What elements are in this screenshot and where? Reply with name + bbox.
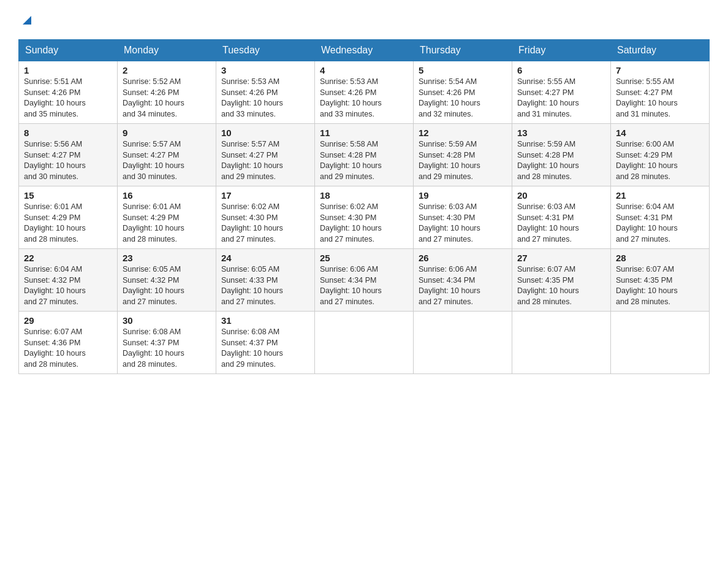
calendar-cell: 6 Sunrise: 5:55 AMSunset: 4:27 PMDayligh… [512, 61, 611, 124]
calendar-cell: 14 Sunrise: 6:00 AMSunset: 4:29 PMDaylig… [611, 124, 710, 186]
day-info: Sunrise: 5:53 AMSunset: 4:26 PMDaylight:… [221, 77, 283, 118]
calendar-cell: 4 Sunrise: 5:53 AMSunset: 4:26 PMDayligh… [315, 61, 414, 124]
day-info: Sunrise: 6:07 AMSunset: 4:35 PMDaylight:… [616, 265, 678, 306]
day-number: 6 [517, 65, 605, 75]
day-info: Sunrise: 6:05 AMSunset: 4:33 PMDaylight:… [221, 265, 283, 306]
weekday-header-saturday: Saturday [611, 40, 710, 61]
day-number: 26 [419, 253, 507, 263]
calendar-cell: 23 Sunrise: 6:05 AMSunset: 4:32 PMDaylig… [118, 249, 216, 312]
calendar-cell: 19 Sunrise: 6:03 AMSunset: 4:30 PMDaylig… [414, 186, 512, 249]
day-number: 2 [123, 65, 211, 75]
calendar-cell: 16 Sunrise: 6:01 AMSunset: 4:29 PMDaylig… [118, 186, 216, 249]
day-number: 25 [320, 253, 408, 263]
calendar-week-row: 8 Sunrise: 5:56 AMSunset: 4:27 PMDayligh… [19, 124, 710, 186]
day-number: 28 [616, 253, 704, 263]
calendar-cell: 25 Sunrise: 6:06 AMSunset: 4:34 PMDaylig… [315, 249, 414, 312]
day-info: Sunrise: 6:01 AMSunset: 4:29 PMDaylight:… [123, 202, 184, 243]
day-number: 31 [221, 315, 309, 326]
calendar-cell: 10 Sunrise: 5:57 AMSunset: 4:27 PMDaylig… [216, 124, 315, 186]
calendar-week-row: 15 Sunrise: 6:01 AMSunset: 4:29 PMDaylig… [19, 186, 710, 249]
day-number: 14 [616, 128, 704, 138]
day-info: Sunrise: 6:03 AMSunset: 4:30 PMDaylight:… [419, 202, 480, 243]
calendar-cell: 12 Sunrise: 5:59 AMSunset: 4:28 PMDaylig… [414, 124, 512, 186]
calendar-cell: 1 Sunrise: 5:51 AMSunset: 4:26 PMDayligh… [19, 61, 118, 124]
calendar-header: SundayMondayTuesdayWednesdayThursdayFrid… [19, 40, 710, 61]
day-info: Sunrise: 5:56 AMSunset: 4:27 PMDaylight:… [24, 140, 86, 181]
calendar-cell: 8 Sunrise: 5:56 AMSunset: 4:27 PMDayligh… [19, 124, 118, 186]
day-number: 19 [419, 190, 507, 201]
day-number: 18 [320, 190, 408, 201]
day-info: Sunrise: 6:04 AMSunset: 4:32 PMDaylight:… [24, 265, 86, 306]
day-info: Sunrise: 5:55 AMSunset: 4:27 PMDaylight:… [517, 77, 579, 118]
day-number: 12 [419, 128, 507, 138]
day-number: 4 [320, 65, 408, 75]
day-number: 16 [123, 190, 211, 201]
day-number: 22 [24, 253, 112, 263]
calendar-body: 1 Sunrise: 5:51 AMSunset: 4:26 PMDayligh… [19, 61, 710, 374]
svg-marker-0 [23, 16, 31, 25]
calendar-cell: 2 Sunrise: 5:52 AMSunset: 4:26 PMDayligh… [118, 61, 216, 124]
day-info: Sunrise: 6:02 AMSunset: 4:30 PMDaylight:… [221, 202, 283, 243]
day-info: Sunrise: 6:07 AMSunset: 4:36 PMDaylight:… [24, 327, 86, 369]
calendar-week-row: 1 Sunrise: 5:51 AMSunset: 4:26 PMDayligh… [19, 61, 710, 124]
day-number: 8 [24, 128, 112, 138]
calendar-cell: 18 Sunrise: 6:02 AMSunset: 4:30 PMDaylig… [315, 186, 414, 249]
calendar-cell: 31 Sunrise: 6:08 AMSunset: 4:37 PMDaylig… [216, 312, 315, 374]
calendar-cell: 5 Sunrise: 5:54 AMSunset: 4:26 PMDayligh… [414, 61, 512, 124]
calendar-cell: 27 Sunrise: 6:07 AMSunset: 4:35 PMDaylig… [512, 249, 611, 312]
day-info: Sunrise: 6:06 AMSunset: 4:34 PMDaylight:… [419, 265, 480, 306]
calendar-cell: 15 Sunrise: 6:01 AMSunset: 4:29 PMDaylig… [19, 186, 118, 249]
weekday-header-monday: Monday [118, 40, 216, 61]
calendar-cell: 30 Sunrise: 6:08 AMSunset: 4:37 PMDaylig… [118, 312, 216, 374]
day-number: 20 [517, 190, 605, 201]
calendar-cell: 24 Sunrise: 6:05 AMSunset: 4:33 PMDaylig… [216, 249, 315, 312]
calendar-cell: 22 Sunrise: 6:04 AMSunset: 4:32 PMDaylig… [19, 249, 118, 312]
weekday-header-row: SundayMondayTuesdayWednesdayThursdayFrid… [19, 40, 710, 61]
day-number: 9 [123, 128, 211, 138]
calendar-cell [315, 312, 414, 374]
calendar-cell: 28 Sunrise: 6:07 AMSunset: 4:35 PMDaylig… [611, 249, 710, 312]
day-info: Sunrise: 5:52 AMSunset: 4:26 PMDaylight:… [123, 77, 184, 118]
day-number: 17 [221, 190, 309, 201]
day-info: Sunrise: 5:53 AMSunset: 4:26 PMDaylight:… [320, 77, 382, 118]
day-number: 11 [320, 128, 408, 138]
day-number: 23 [123, 253, 211, 263]
day-info: Sunrise: 5:57 AMSunset: 4:27 PMDaylight:… [123, 140, 184, 181]
weekday-header-sunday: Sunday [19, 40, 118, 61]
day-info: Sunrise: 5:59 AMSunset: 4:28 PMDaylight:… [419, 140, 480, 181]
day-info: Sunrise: 6:02 AMSunset: 4:30 PMDaylight:… [320, 202, 382, 243]
calendar-cell [512, 312, 611, 374]
logo-triangle-icon [20, 13, 34, 29]
calendar-cell: 3 Sunrise: 5:53 AMSunset: 4:26 PMDayligh… [216, 61, 315, 124]
calendar-cell [414, 312, 512, 374]
day-info: Sunrise: 5:54 AMSunset: 4:26 PMDaylight:… [419, 77, 480, 118]
weekday-header-thursday: Thursday [414, 40, 512, 61]
day-number: 1 [24, 65, 112, 75]
logo-wrapper [18, 12, 34, 29]
calendar-cell: 17 Sunrise: 6:02 AMSunset: 4:30 PMDaylig… [216, 186, 315, 249]
day-info: Sunrise: 6:04 AMSunset: 4:31 PMDaylight:… [616, 202, 678, 243]
calendar-week-row: 22 Sunrise: 6:04 AMSunset: 4:32 PMDaylig… [19, 249, 710, 312]
day-info: Sunrise: 6:01 AMSunset: 4:29 PMDaylight:… [24, 202, 86, 243]
calendar-cell: 13 Sunrise: 5:59 AMSunset: 4:28 PMDaylig… [512, 124, 611, 186]
day-info: Sunrise: 5:55 AMSunset: 4:27 PMDaylight:… [616, 77, 678, 118]
day-info: Sunrise: 6:05 AMSunset: 4:32 PMDaylight:… [123, 265, 184, 306]
calendar-cell: 20 Sunrise: 6:03 AMSunset: 4:31 PMDaylig… [512, 186, 611, 249]
day-number: 21 [616, 190, 704, 201]
calendar-cell: 7 Sunrise: 5:55 AMSunset: 4:27 PMDayligh… [611, 61, 710, 124]
day-number: 3 [221, 65, 309, 75]
weekday-header-tuesday: Tuesday [216, 40, 315, 61]
day-info: Sunrise: 5:58 AMSunset: 4:28 PMDaylight:… [320, 140, 382, 181]
weekday-header-friday: Friday [512, 40, 611, 61]
day-info: Sunrise: 6:08 AMSunset: 4:37 PMDaylight:… [123, 327, 184, 369]
calendar-cell: 26 Sunrise: 6:06 AMSunset: 4:34 PMDaylig… [414, 249, 512, 312]
day-number: 15 [24, 190, 112, 201]
day-number: 5 [419, 65, 507, 75]
day-number: 13 [517, 128, 605, 138]
day-number: 24 [221, 253, 309, 263]
day-info: Sunrise: 6:07 AMSunset: 4:35 PMDaylight:… [517, 265, 579, 306]
day-number: 30 [123, 315, 211, 326]
day-number: 29 [24, 315, 112, 326]
calendar-cell [611, 312, 710, 374]
day-number: 27 [517, 253, 605, 263]
